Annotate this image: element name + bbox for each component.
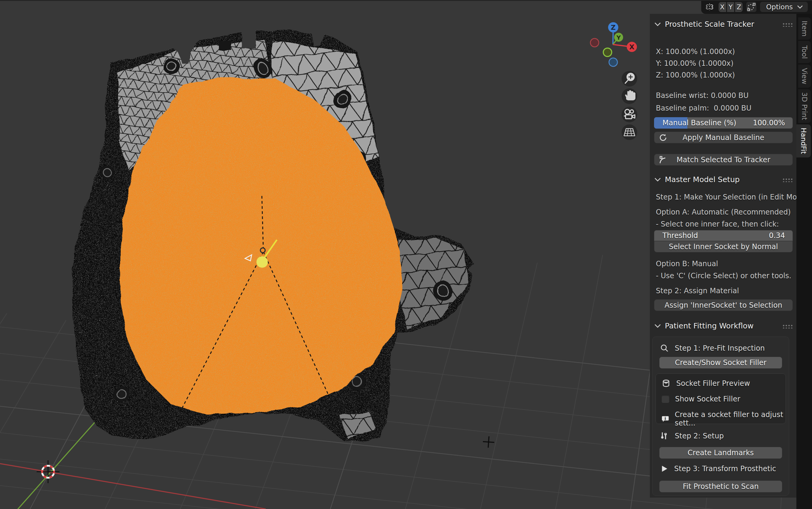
panel-grip-handle[interactable] <box>782 177 793 182</box>
cylinder-icon <box>661 379 671 388</box>
tab-view[interactable]: View <box>798 65 811 88</box>
panel-grip-handle[interactable] <box>782 324 793 329</box>
zoom-icon[interactable] <box>622 71 637 87</box>
info-icon: i <box>661 414 669 424</box>
editor-top-border <box>0 0 812 1</box>
panel-header-prosthetic-scale-tracker[interactable]: Prosthetic Scale Tracker <box>654 20 793 29</box>
option-a-text: Option A: Automatic (Recommended) <box>656 208 791 216</box>
baseline-palm-readout: Baseline palm: 0.0000 BU <box>656 104 751 112</box>
transform-step-row: Step 3: Transform Prosthetic <box>660 464 776 473</box>
origin-point-marker <box>260 248 265 253</box>
active-vertex-marker[interactable] <box>256 256 268 268</box>
mirror-z-toggle[interactable]: Z <box>735 2 743 12</box>
option-a-hint-text: - Select one inner face, then click: <box>656 220 779 228</box>
chevron-down-icon <box>654 22 661 27</box>
prefit-inspection-row: Step 1: Pre-Fit Inspection <box>660 343 765 353</box>
chevron-down-icon <box>654 324 661 328</box>
manual-baseline-slider[interactable]: Manual Baseline (%) 100.00% <box>654 117 793 129</box>
viewport-header-bar: X Y Z Options <box>701 0 812 14</box>
select-inner-socket-button[interactable]: Select Inner Socket by Normal <box>654 241 793 252</box>
scale-y-readout: Y: 100.00% (1.0000x) <box>656 59 734 68</box>
sidebar-tab-strip: Item Tool View 3D Print HandFit <box>797 0 812 509</box>
tab-3d-print[interactable]: 3D Print <box>798 89 811 123</box>
match-selected-to-tracker-button[interactable]: Match Selected To Tracker <box>654 154 793 166</box>
tab-item[interactable]: Item <box>798 18 811 40</box>
socket-filler-preview-box: Socket Filler Preview Show Socket Filler… <box>656 373 786 424</box>
assign-innersocket-button[interactable]: Assign 'InnerSocket' to Selection <box>654 299 793 311</box>
socket-filler-info-row: i Create a socket filler to adjust sett.… <box>661 410 785 427</box>
tools-icon <box>660 431 669 441</box>
options-button[interactable]: Options <box>760 2 808 12</box>
pan-hand-icon[interactable] <box>622 88 637 104</box>
option-b-hint-text: - Use 'C' (Circle Select) or other tools… <box>656 272 791 280</box>
mirror-x-icon[interactable] <box>704 1 715 12</box>
show-socket-filler-checkbox[interactable] <box>661 395 670 403</box>
show-socket-filler-row: Show Socket Filler <box>661 395 740 403</box>
sidebar-n-panel: Prosthetic Scale Tracker X: 100.00% (1.0… <box>650 14 798 498</box>
apply-manual-baseline-button[interactable]: Apply Manual Baseline <box>654 132 793 143</box>
gizmo-axis-neg-z[interactable] <box>609 58 617 66</box>
svg-text:i: i <box>665 416 666 421</box>
fit-prosthetic-to-scan-button[interactable]: Fit Prosthetic to Scan <box>659 480 782 493</box>
scale-z-readout: Z: 100.00% (1.0000x) <box>656 71 735 79</box>
svg-text:Y: Y <box>616 34 621 41</box>
snap-hook-icon <box>659 155 668 164</box>
baseline-wrist-readout: Baseline wrist: 0.0000 BU <box>656 91 749 100</box>
gizmo-axis-neg-y[interactable] <box>603 48 612 57</box>
panel-grip-handle[interactable] <box>782 22 793 27</box>
chevron-down-icon <box>654 177 661 182</box>
setup-step-row: Step 2: Setup <box>660 431 724 441</box>
camera-view-icon[interactable] <box>622 107 637 122</box>
gizmo-axis-neg-x[interactable] <box>590 38 599 47</box>
tab-handfit[interactable]: HandFit <box>797 125 811 158</box>
threshold-slider[interactable]: Threshold 0.34 <box>654 230 793 241</box>
scale-x-readout: X: 100.00% (1.0000x) <box>656 47 735 56</box>
search-icon <box>660 343 669 353</box>
create-landmarks-button[interactable]: Create Landmarks <box>659 447 782 459</box>
mirror-axis-toggle-group: X Y Z <box>718 2 743 12</box>
master-step1-text: Step 1: Make Your Selection (in Edit Mod… <box>656 193 809 201</box>
mirror-x-toggle[interactable]: X <box>718 2 726 12</box>
panel-header-master-model-setup[interactable]: Master Model Setup <box>654 175 793 184</box>
mesh-hole <box>218 40 231 49</box>
orthographic-grid-icon[interactable] <box>622 125 637 140</box>
patient-workflow-box: Step 1: Pre-Fit Inspection Create/Show S… <box>652 337 789 496</box>
create-show-socket-filler-button[interactable]: Create/Show Socket Filler <box>659 357 782 369</box>
proportional-edit-falloff-icon[interactable] <box>746 2 756 12</box>
play-triangle-icon <box>660 464 669 473</box>
svg-text:X: X <box>629 43 634 51</box>
mirror-y-toggle[interactable]: Y <box>727 2 735 12</box>
chevron-down-icon <box>797 5 803 9</box>
socket-filler-preview-row: Socket Filler Preview <box>661 379 750 388</box>
tab-tool[interactable]: Tool <box>798 41 811 63</box>
master-step2-text: Step 2: Assign Material <box>656 287 739 295</box>
option-b-text: Option B: Manual <box>656 260 718 268</box>
svg-text:Z: Z <box>611 24 616 31</box>
panel-header-patient-fitting-workflow[interactable]: Patient Fitting Workflow <box>654 321 793 330</box>
refresh-icon <box>659 133 668 142</box>
